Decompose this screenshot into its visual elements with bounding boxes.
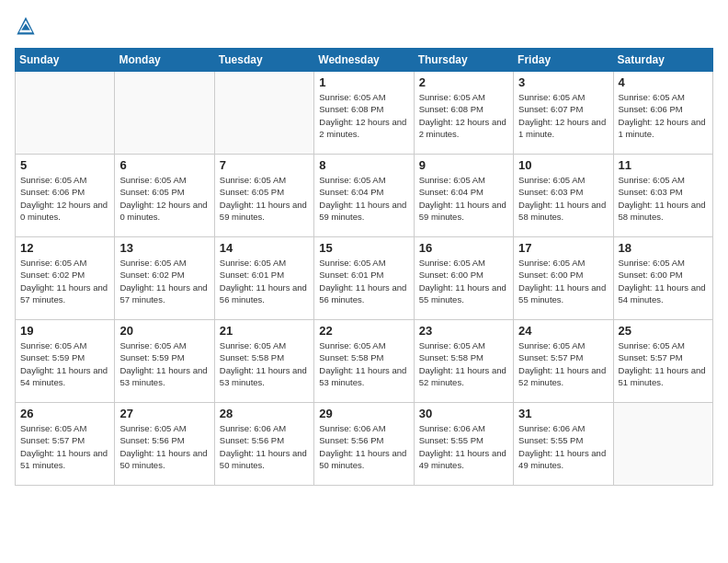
day-number: 14 [220, 241, 309, 255]
calendar-cell: 29Sunrise: 6:06 AM Sunset: 5:56 PM Dayli… [314, 403, 414, 486]
day-header-monday: Monday [115, 49, 214, 72]
day-info: Sunrise: 6:05 AM Sunset: 6:01 PM Dayligh… [319, 257, 408, 305]
day-info: Sunrise: 6:06 AM Sunset: 5:55 PM Dayligh… [419, 422, 508, 471]
week-row-4: 26Sunrise: 6:05 AM Sunset: 5:57 PM Dayli… [16, 403, 713, 486]
day-info: Sunrise: 6:05 AM Sunset: 6:05 PM Dayligh… [119, 174, 209, 223]
day-number: 15 [319, 241, 408, 255]
day-number: 23 [419, 324, 508, 338]
logo [15, 15, 40, 37]
day-header-saturday: Saturday [613, 49, 712, 72]
calendar-cell [115, 72, 214, 155]
day-number: 2 [419, 75, 508, 89]
day-number: 24 [518, 324, 608, 338]
day-info: Sunrise: 6:06 AM Sunset: 5:56 PM Dayligh… [220, 422, 309, 471]
calendar-cell: 10Sunrise: 6:05 AM Sunset: 6:03 PM Dayli… [514, 155, 613, 237]
calendar-cell [613, 403, 712, 486]
day-number: 29 [319, 407, 408, 420]
day-info: Sunrise: 6:05 AM Sunset: 6:06 PM Dayligh… [619, 91, 708, 140]
day-header-tuesday: Tuesday [214, 49, 313, 72]
week-row-3: 19Sunrise: 6:05 AM Sunset: 5:59 PM Dayli… [16, 320, 713, 403]
calendar-cell: 21Sunrise: 6:05 AM Sunset: 5:58 PM Dayli… [214, 320, 313, 403]
day-number: 9 [419, 158, 508, 172]
day-number: 5 [20, 158, 109, 172]
day-header-thursday: Thursday [414, 49, 513, 72]
week-row-2: 12Sunrise: 6:05 AM Sunset: 6:02 PM Dayli… [16, 237, 713, 320]
day-header-sunday: Sunday [16, 49, 115, 72]
calendar-cell: 11Sunrise: 6:05 AM Sunset: 6:03 PM Dayli… [613, 155, 712, 237]
day-number: 30 [419, 407, 508, 420]
day-info: Sunrise: 6:05 AM Sunset: 6:04 PM Dayligh… [319, 174, 408, 223]
day-info: Sunrise: 6:05 AM Sunset: 6:00 PM Dayligh… [419, 257, 508, 305]
calendar-cell: 6Sunrise: 6:05 AM Sunset: 6:05 PM Daylig… [115, 155, 214, 237]
calendar-cell [214, 72, 313, 155]
calendar-cell: 23Sunrise: 6:05 AM Sunset: 5:58 PM Dayli… [414, 320, 513, 403]
calendar-cell: 5Sunrise: 6:05 AM Sunset: 6:06 PM Daylig… [16, 155, 115, 237]
day-info: Sunrise: 6:05 AM Sunset: 6:00 PM Dayligh… [518, 257, 608, 305]
day-info: Sunrise: 6:05 AM Sunset: 6:00 PM Dayligh… [619, 257, 708, 305]
calendar-cell: 17Sunrise: 6:05 AM Sunset: 6:00 PM Dayli… [514, 237, 613, 320]
day-info: Sunrise: 6:05 AM Sunset: 5:57 PM Dayligh… [619, 339, 708, 388]
calendar-cell: 9Sunrise: 6:05 AM Sunset: 6:04 PM Daylig… [414, 155, 513, 237]
calendar-cell: 16Sunrise: 6:05 AM Sunset: 6:00 PM Dayli… [414, 237, 513, 320]
calendar-cell: 2Sunrise: 6:05 AM Sunset: 6:08 PM Daylig… [414, 72, 513, 155]
day-number: 28 [220, 407, 309, 420]
day-info: Sunrise: 6:05 AM Sunset: 6:02 PM Dayligh… [119, 257, 209, 305]
calendar-cell: 24Sunrise: 6:05 AM Sunset: 5:57 PM Dayli… [514, 320, 613, 403]
day-info: Sunrise: 6:05 AM Sunset: 6:01 PM Dayligh… [220, 257, 309, 305]
day-info: Sunrise: 6:05 AM Sunset: 6:07 PM Dayligh… [518, 91, 608, 140]
calendar-cell: 26Sunrise: 6:05 AM Sunset: 5:57 PM Dayli… [16, 403, 115, 486]
logo-icon [15, 15, 37, 37]
day-info: Sunrise: 6:05 AM Sunset: 5:57 PM Dayligh… [518, 339, 608, 388]
day-info: Sunrise: 6:05 AM Sunset: 6:02 PM Dayligh… [20, 257, 109, 305]
calendar-cell: 4Sunrise: 6:05 AM Sunset: 6:06 PM Daylig… [613, 72, 712, 155]
day-number: 12 [20, 241, 109, 255]
calendar-cell: 25Sunrise: 6:05 AM Sunset: 5:57 PM Dayli… [613, 320, 712, 403]
day-number: 27 [119, 407, 209, 420]
day-number: 19 [20, 324, 109, 338]
day-number: 26 [20, 407, 109, 420]
calendar-cell [16, 72, 115, 155]
day-number: 16 [419, 241, 508, 255]
calendar-cell: 15Sunrise: 6:05 AM Sunset: 6:01 PM Dayli… [314, 237, 414, 320]
day-number: 22 [319, 324, 408, 338]
calendar-cell: 19Sunrise: 6:05 AM Sunset: 5:59 PM Dayli… [16, 320, 115, 403]
day-number: 7 [220, 158, 309, 172]
calendar-cell: 1Sunrise: 6:05 AM Sunset: 6:08 PM Daylig… [314, 72, 414, 155]
day-info: Sunrise: 6:05 AM Sunset: 5:56 PM Dayligh… [119, 422, 209, 471]
calendar-cell: 12Sunrise: 6:05 AM Sunset: 6:02 PM Dayli… [16, 237, 115, 320]
calendar-cell: 14Sunrise: 6:05 AM Sunset: 6:01 PM Dayli… [214, 237, 313, 320]
day-info: Sunrise: 6:05 AM Sunset: 5:58 PM Dayligh… [419, 339, 508, 388]
week-row-1: 5Sunrise: 6:05 AM Sunset: 6:06 PM Daylig… [16, 155, 713, 237]
calendar-cell: 20Sunrise: 6:05 AM Sunset: 5:59 PM Dayli… [115, 320, 214, 403]
day-number: 1 [319, 75, 408, 89]
day-info: Sunrise: 6:05 AM Sunset: 6:08 PM Dayligh… [419, 91, 508, 140]
day-info: Sunrise: 6:05 AM Sunset: 6:03 PM Dayligh… [518, 174, 608, 223]
calendar-cell: 28Sunrise: 6:06 AM Sunset: 5:56 PM Dayli… [214, 403, 313, 486]
day-info: Sunrise: 6:06 AM Sunset: 5:56 PM Dayligh… [319, 422, 408, 471]
day-number: 10 [518, 158, 608, 172]
day-info: Sunrise: 6:05 AM Sunset: 6:05 PM Dayligh… [220, 174, 309, 223]
day-info: Sunrise: 6:05 AM Sunset: 5:59 PM Dayligh… [20, 339, 109, 388]
day-number: 18 [619, 241, 708, 255]
calendar-cell: 7Sunrise: 6:05 AM Sunset: 6:05 PM Daylig… [214, 155, 313, 237]
day-number: 31 [518, 407, 608, 420]
day-info: Sunrise: 6:05 AM Sunset: 6:06 PM Dayligh… [20, 174, 109, 223]
day-number: 20 [119, 324, 209, 338]
day-info: Sunrise: 6:05 AM Sunset: 5:58 PM Dayligh… [220, 339, 309, 388]
day-info: Sunrise: 6:05 AM Sunset: 5:58 PM Dayligh… [319, 339, 408, 388]
calendar-cell: 8Sunrise: 6:05 AM Sunset: 6:04 PM Daylig… [314, 155, 414, 237]
day-info: Sunrise: 6:05 AM Sunset: 6:04 PM Dayligh… [419, 174, 508, 223]
day-number: 3 [518, 75, 608, 89]
calendar: SundayMondayTuesdayWednesdayThursdayFrid… [15, 48, 713, 486]
day-info: Sunrise: 6:06 AM Sunset: 5:55 PM Dayligh… [518, 422, 608, 471]
day-info: Sunrise: 6:05 AM Sunset: 5:57 PM Dayligh… [20, 422, 109, 471]
day-number: 11 [619, 158, 708, 172]
day-number: 13 [119, 241, 209, 255]
day-info: Sunrise: 6:05 AM Sunset: 5:59 PM Dayligh… [119, 339, 209, 388]
calendar-cell: 22Sunrise: 6:05 AM Sunset: 5:58 PM Dayli… [314, 320, 414, 403]
day-number: 6 [119, 158, 209, 172]
calendar-cell: 30Sunrise: 6:06 AM Sunset: 5:55 PM Dayli… [414, 403, 513, 486]
day-info: Sunrise: 6:05 AM Sunset: 6:08 PM Dayligh… [319, 91, 408, 140]
day-number: 4 [619, 75, 708, 89]
day-info: Sunrise: 6:05 AM Sunset: 6:03 PM Dayligh… [619, 174, 708, 223]
